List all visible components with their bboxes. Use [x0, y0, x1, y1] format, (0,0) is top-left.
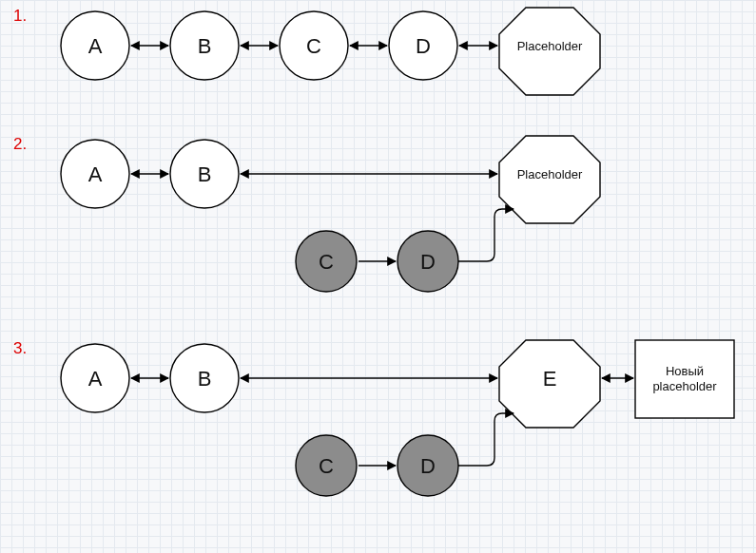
node-circle-grey: C	[296, 231, 357, 292]
octagon-label: Placeholder	[517, 167, 583, 181]
node-box: Новый placeholder	[635, 340, 734, 418]
node-label: C	[306, 34, 321, 58]
edge-elbow	[458, 209, 514, 261]
box-label-line2: placeholder	[652, 379, 717, 393]
node-label: B	[198, 367, 212, 391]
node-circle-grey: D	[397, 231, 458, 292]
node-label: C	[319, 454, 334, 478]
node-circle: A	[61, 11, 129, 80]
node-label: D	[416, 34, 431, 58]
node-label: A	[88, 367, 103, 391]
node-circle: A	[61, 344, 129, 412]
node-label: B	[198, 34, 212, 58]
diagram-number: 1.	[13, 7, 27, 25]
node-circle: C	[280, 11, 348, 80]
node-octagon: Placeholder	[499, 8, 600, 95]
node-circle: A	[61, 140, 129, 208]
edge-elbow	[458, 413, 514, 466]
node-label: A	[88, 34, 103, 58]
node-octagon: Placeholder	[499, 136, 600, 223]
node-circle: B	[170, 11, 239, 80]
node-octagon: E	[499, 340, 600, 428]
node-circle-grey: D	[397, 435, 458, 496]
diagram-1: 1. A B C D Placeholder	[13, 7, 600, 95]
diagram-canvas: 1. A B C D Placeholder 2.	[0, 0, 756, 553]
node-label: A	[88, 162, 103, 186]
node-circle: B	[170, 140, 239, 208]
node-label: B	[198, 162, 212, 186]
node-label: C	[319, 250, 334, 274]
octagon-label: Placeholder	[517, 39, 583, 53]
diagram-3: 3. A B E Новый placeholder C D	[13, 339, 734, 496]
diagram-number: 2.	[13, 135, 27, 153]
node-circle-grey: C	[296, 435, 357, 496]
node-label: D	[420, 250, 436, 274]
octagon-label: E	[543, 367, 557, 391]
diagram-number: 3.	[13, 339, 27, 357]
node-label: D	[420, 454, 436, 478]
node-circle: B	[170, 344, 239, 412]
diagram-2: 2. A B Placeholder C D	[13, 135, 600, 292]
node-circle: D	[389, 11, 457, 80]
box-label-line1: Новый	[666, 364, 704, 378]
